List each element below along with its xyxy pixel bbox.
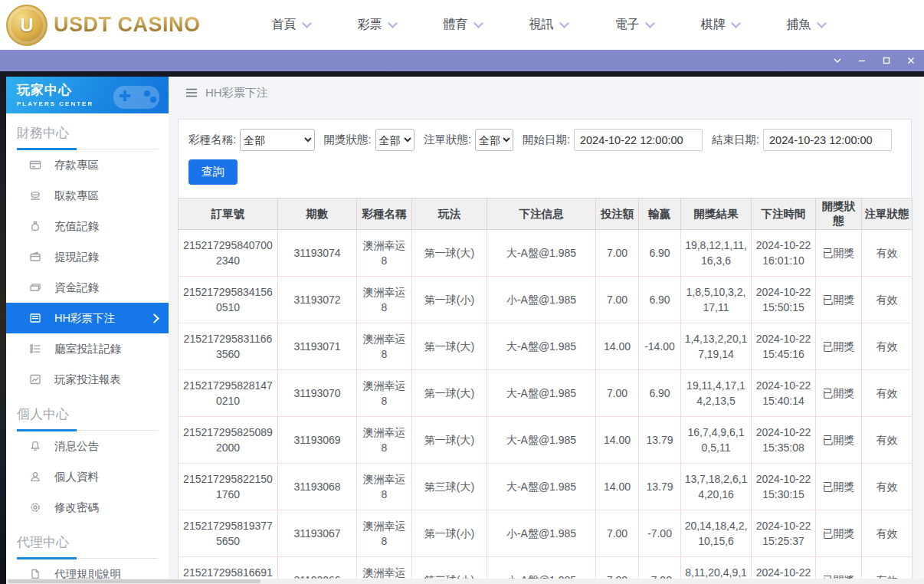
window-maximize-icon[interactable] xyxy=(875,51,898,70)
table-cell: 2152172958193775650 xyxy=(179,510,278,557)
draw-status-label: 開獎狀態: xyxy=(324,133,372,147)
table-cell: 大-A盤@1.985 xyxy=(487,417,596,464)
sidebar-item-withdrawal-record[interactable]: 提現記錄 xyxy=(6,241,169,272)
sidebar-item-announcement[interactable]: 消息公告 xyxy=(6,431,169,461)
draw-status-select[interactable]: 全部 xyxy=(375,129,414,151)
sidebar-item-withdraw[interactable]: 取款專區 xyxy=(6,180,169,211)
table-cell: 澳洲幸运8 xyxy=(357,323,412,370)
table-cell: 有效 xyxy=(862,510,913,557)
sidebar-item-lottery-bet[interactable]: HH彩票下注 xyxy=(6,303,169,333)
window-chevron-down-icon[interactable] xyxy=(826,51,849,70)
page-title: HH彩票下注 xyxy=(205,86,268,100)
end-date-label: 結束日期: xyxy=(712,133,759,147)
table-cell: 已開獎 xyxy=(816,417,862,464)
table-cell: 已開獎 xyxy=(816,323,862,370)
table-cell: 20,14,18,4,2,10,15,6 xyxy=(681,510,752,557)
breadcrumb: HH彩票下注 xyxy=(169,77,924,109)
window-minimize-icon[interactable] xyxy=(850,51,873,70)
profile-icon xyxy=(29,471,41,483)
table-cell: 2152172958311663560 xyxy=(179,323,278,370)
withdraw-icon xyxy=(29,189,41,202)
lottery-name-select[interactable]: 全部 xyxy=(240,129,315,151)
nav-item-label: 視訊 xyxy=(529,17,554,33)
end-date-input[interactable] xyxy=(763,129,892,151)
sidebar-item-hall-bet-record[interactable]: 廳室投註記錄 xyxy=(6,333,169,364)
deposit-icon xyxy=(29,159,41,171)
table-cell: 6.90 xyxy=(639,277,681,323)
nav-item-0[interactable]: 首頁 xyxy=(248,17,334,33)
order-status-select[interactable]: 全部 xyxy=(475,129,513,151)
table-cell: 小-A盤@1.985 xyxy=(487,277,596,323)
table-cell: 2152172958407002340 xyxy=(179,230,278,277)
nav-item-6[interactable]: 捕魚 xyxy=(763,17,849,33)
withdrawal-record-icon xyxy=(29,251,41,263)
table-cell: 澳洲幸运8 xyxy=(357,510,412,557)
sidebar-item-fund-record[interactable]: 資金記錄 xyxy=(6,272,169,303)
announcement-icon xyxy=(29,440,41,452)
table-cell: 已開獎 xyxy=(816,464,862,510)
sidebar-item-player-report[interactable]: 玩家投注報表 xyxy=(6,364,169,395)
sidebar-item-recharge-record[interactable]: 充值記錄 xyxy=(6,211,169,241)
table-cell: 澳洲幸运8 xyxy=(357,230,412,277)
sidebar-item-deposit[interactable]: 存款專區 xyxy=(6,149,169,180)
sidebar-item-label: 取款專區 xyxy=(54,189,99,203)
column-header: 投注額 xyxy=(596,198,639,230)
main-content: HH彩票下注 彩種名稱: 全部 開獎狀態: 全部 注單狀態: 全部 開始日期: … xyxy=(169,77,924,584)
vertical-scrollbar[interactable] xyxy=(918,77,924,584)
table-cell: 已開獎 xyxy=(816,370,862,417)
table-cell: 2152172958281470210 xyxy=(179,370,278,417)
table-cell: 1,4,13,2,20,17,19,14 xyxy=(681,323,752,370)
sidebar-item-label: HH彩票下注 xyxy=(54,311,115,326)
nav-item-label: 體育 xyxy=(444,17,468,33)
lottery-bet-icon xyxy=(29,312,41,324)
order-status-label: 注單狀態: xyxy=(424,133,471,147)
table-cell: 有效 xyxy=(862,230,913,277)
table-cell: 澳洲幸运8 xyxy=(357,277,412,323)
sidebar-section-title: 個人中心 xyxy=(17,405,158,431)
table-cell: 有效 xyxy=(862,417,913,464)
search-button[interactable]: 查詢 xyxy=(188,159,238,185)
table-cell: 31193070 xyxy=(278,370,357,417)
table-cell: 澳洲幸运8 xyxy=(357,464,412,510)
nav-item-5[interactable]: 棋牌 xyxy=(677,17,763,33)
column-header: 彩種名稱 xyxy=(357,198,412,230)
table-cell: 大-A盤@1.985 xyxy=(487,230,596,277)
table-cell: 1,8,5,10,3,2,17,11 xyxy=(681,277,752,323)
table-cell: 31193072 xyxy=(278,277,357,323)
filter-panel: 彩種名稱: 全部 開獎狀態: 全部 注單狀態: 全部 開始日期: 結束日期: 查… xyxy=(178,119,912,200)
table-row: 215217295822150176031193068澳洲幸运8第三球(大)大-… xyxy=(179,464,913,510)
nav-item-1[interactable]: 彩票 xyxy=(334,17,420,33)
sidebar-sections: 財務中心存款專區取款專區充值記錄提現記錄資金記錄HH彩票下注廳室投註記錄玩家投注… xyxy=(6,124,169,584)
table-cell: 31193069 xyxy=(278,417,357,464)
table-cell: 已開獎 xyxy=(816,510,862,557)
sidebar-item-profile[interactable]: 個人資料 xyxy=(6,461,169,492)
sidebar-item-label: 消息公告 xyxy=(54,439,99,454)
sidebar-item-label: 充值記錄 xyxy=(54,219,99,234)
sidebar-item-label: 修改密碼 xyxy=(54,500,99,515)
column-header: 注單狀態 xyxy=(862,198,913,230)
table-cell: 7.00 xyxy=(596,277,639,323)
logo[interactable]: U USDT CASINO xyxy=(6,5,201,46)
scrollbar-thumb[interactable] xyxy=(8,579,260,583)
nav-item-3[interactable]: 視訊 xyxy=(506,17,591,33)
table-cell: 14.00 xyxy=(596,417,639,464)
nav-item-2[interactable]: 體育 xyxy=(420,17,506,33)
window-close-icon[interactable] xyxy=(899,51,922,70)
start-date-input[interactable] xyxy=(574,129,703,151)
horizontal-scrollbar[interactable] xyxy=(6,579,924,584)
nav-item-label: 捕魚 xyxy=(787,17,811,33)
table-cell: 第三球(大) xyxy=(412,464,487,510)
sidebar-item-password[interactable]: 修改密碼 xyxy=(6,492,169,523)
players-center-header: 玩家中心 PLAYERS CENTER xyxy=(6,77,169,113)
table-row: 215217295831166356031193071澳洲幸运8第一球(大)大-… xyxy=(179,323,913,370)
column-header: 訂單號 xyxy=(179,198,278,230)
lottery-name-label: 彩種名稱: xyxy=(188,133,236,147)
table-header-row: 訂單號期數彩種名稱玩法下注信息投注額輸贏開獎結果下注時間開獎狀態注單狀態 xyxy=(179,198,913,230)
table-cell: 14.00 xyxy=(596,323,639,370)
hamburger-menu-icon[interactable] xyxy=(185,87,198,98)
table-cell: 2152172958250892000 xyxy=(179,417,278,464)
nav-item-4[interactable]: 電子 xyxy=(591,17,677,33)
table-cell: 31193067 xyxy=(278,510,357,557)
column-header: 下注時間 xyxy=(752,198,816,230)
table-cell: -7.00 xyxy=(639,510,681,557)
